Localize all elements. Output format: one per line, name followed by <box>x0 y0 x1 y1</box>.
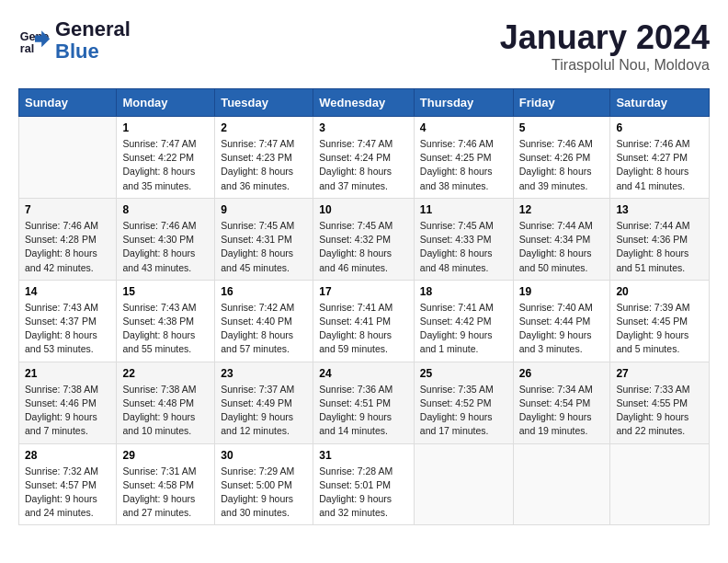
calendar-cell: 5 Sunrise: 7:46 AMSunset: 4:26 PMDayligh… <box>513 117 610 199</box>
weekday-header-sunday: Sunday <box>19 89 117 117</box>
day-number: 24 <box>319 367 408 380</box>
day-number: 26 <box>519 367 605 380</box>
weekday-header-monday: Monday <box>117 89 215 117</box>
calendar-week-3: 14 Sunrise: 7:43 AMSunset: 4:37 PMDaylig… <box>19 280 710 362</box>
calendar-cell: 23 Sunrise: 7:37 AMSunset: 4:49 PMDaylig… <box>215 362 313 443</box>
calendar-cell <box>513 443 610 525</box>
day-number: 6 <box>616 121 703 134</box>
calendar-cell: 24 Sunrise: 7:36 AMSunset: 4:51 PMDaylig… <box>313 362 415 443</box>
calendar-cell: 3 Sunrise: 7:47 AMSunset: 4:24 PMDayligh… <box>313 117 415 199</box>
day-info: Sunrise: 7:43 AMSunset: 4:37 PMDaylight:… <box>25 301 110 357</box>
day-number: 7 <box>25 203 110 216</box>
day-info: Sunrise: 7:31 AMSunset: 4:58 PMDaylight:… <box>122 465 209 521</box>
calendar-cell: 22 Sunrise: 7:38 AMSunset: 4:48 PMDaylig… <box>117 362 215 443</box>
day-number: 25 <box>420 367 507 380</box>
calendar-cell <box>610 443 710 525</box>
day-info: Sunrise: 7:36 AMSunset: 4:51 PMDaylight:… <box>319 383 408 439</box>
day-info: Sunrise: 7:45 AMSunset: 4:32 PMDaylight:… <box>319 219 408 275</box>
day-info: Sunrise: 7:35 AMSunset: 4:52 PMDaylight:… <box>420 383 507 439</box>
day-number: 30 <box>221 449 307 462</box>
calendar-week-5: 28 Sunrise: 7:32 AMSunset: 4:57 PMDaylig… <box>19 443 710 525</box>
calendar-cell: 2 Sunrise: 7:47 AMSunset: 4:23 PMDayligh… <box>215 117 313 199</box>
calendar-cell: 19 Sunrise: 7:40 AMSunset: 4:44 PMDaylig… <box>513 280 610 362</box>
weekday-header-wednesday: Wednesday <box>313 89 415 117</box>
weekday-header-tuesday: Tuesday <box>215 89 313 117</box>
calendar-cell: 29 Sunrise: 7:31 AMSunset: 4:58 PMDaylig… <box>117 443 215 525</box>
day-number: 11 <box>420 203 507 216</box>
day-number: 12 <box>519 203 605 216</box>
day-info: Sunrise: 7:29 AMSunset: 5:00 PMDaylight:… <box>221 465 307 521</box>
day-number: 31 <box>319 449 408 462</box>
day-number: 18 <box>420 285 507 298</box>
calendar-cell <box>414 443 513 525</box>
day-info: Sunrise: 7:32 AMSunset: 4:57 PMDaylight:… <box>25 465 110 521</box>
calendar-cell: 16 Sunrise: 7:42 AMSunset: 4:40 PMDaylig… <box>215 280 313 362</box>
day-number: 3 <box>319 121 408 134</box>
day-info: Sunrise: 7:45 AMSunset: 4:33 PMDaylight:… <box>420 219 507 275</box>
day-info: Sunrise: 7:42 AMSunset: 4:40 PMDaylight:… <box>221 301 307 357</box>
calendar-cell: 31 Sunrise: 7:28 AMSunset: 5:01 PMDaylig… <box>313 443 415 525</box>
weekday-header-thursday: Thursday <box>414 89 513 117</box>
day-info: Sunrise: 7:28 AMSunset: 5:01 PMDaylight:… <box>319 465 408 521</box>
logo-blue: Blue <box>55 40 99 63</box>
weekday-header-friday: Friday <box>513 89 610 117</box>
logo-icon: Gene ral <box>18 24 51 57</box>
calendar-cell: 6 Sunrise: 7:46 AMSunset: 4:27 PMDayligh… <box>610 117 710 199</box>
calendar-week-4: 21 Sunrise: 7:38 AMSunset: 4:46 PMDaylig… <box>19 362 710 443</box>
day-number: 1 <box>122 121 209 134</box>
day-info: Sunrise: 7:45 AMSunset: 4:31 PMDaylight:… <box>221 219 307 275</box>
day-number: 13 <box>616 203 703 216</box>
day-number: 14 <box>25 285 110 298</box>
day-info: Sunrise: 7:43 AMSunset: 4:38 PMDaylight:… <box>122 301 209 357</box>
day-number: 4 <box>420 121 507 134</box>
title-block: January 2024 Tiraspolul Nou, Moldova <box>500 18 710 74</box>
calendar-cell: 8 Sunrise: 7:46 AMSunset: 4:30 PMDayligh… <box>117 198 215 280</box>
day-number: 9 <box>221 203 307 216</box>
svg-text:ral: ral <box>20 42 34 55</box>
day-number: 27 <box>616 367 703 380</box>
calendar-cell: 27 Sunrise: 7:33 AMSunset: 4:55 PMDaylig… <box>610 362 710 443</box>
day-number: 8 <box>122 203 209 216</box>
day-number: 23 <box>221 367 307 380</box>
calendar-week-1: 1 Sunrise: 7:47 AMSunset: 4:22 PMDayligh… <box>19 117 710 199</box>
day-info: Sunrise: 7:46 AMSunset: 4:27 PMDaylight:… <box>616 137 703 193</box>
calendar-cell: 13 Sunrise: 7:44 AMSunset: 4:36 PMDaylig… <box>610 198 710 280</box>
weekday-header-saturday: Saturday <box>610 89 710 117</box>
month-title: January 2024 <box>500 18 710 57</box>
day-info: Sunrise: 7:41 AMSunset: 4:42 PMDaylight:… <box>420 301 507 357</box>
calendar-cell <box>19 117 117 199</box>
day-info: Sunrise: 7:47 AMSunset: 4:23 PMDaylight:… <box>221 137 307 193</box>
day-number: 10 <box>319 203 408 216</box>
calendar-cell: 7 Sunrise: 7:46 AMSunset: 4:28 PMDayligh… <box>19 198 117 280</box>
day-number: 17 <box>319 285 408 298</box>
day-info: Sunrise: 7:34 AMSunset: 4:54 PMDaylight:… <box>519 383 605 439</box>
calendar-week-2: 7 Sunrise: 7:46 AMSunset: 4:28 PMDayligh… <box>19 198 710 280</box>
calendar-cell: 15 Sunrise: 7:43 AMSunset: 4:38 PMDaylig… <box>117 280 215 362</box>
day-number: 19 <box>519 285 605 298</box>
day-number: 2 <box>221 121 307 134</box>
calendar-cell: 25 Sunrise: 7:35 AMSunset: 4:52 PMDaylig… <box>414 362 513 443</box>
calendar-cell: 30 Sunrise: 7:29 AMSunset: 5:00 PMDaylig… <box>215 443 313 525</box>
day-info: Sunrise: 7:33 AMSunset: 4:55 PMDaylight:… <box>616 383 703 439</box>
calendar-cell: 14 Sunrise: 7:43 AMSunset: 4:37 PMDaylig… <box>19 280 117 362</box>
day-info: Sunrise: 7:37 AMSunset: 4:49 PMDaylight:… <box>221 383 307 439</box>
day-number: 16 <box>221 285 307 298</box>
calendar-cell: 11 Sunrise: 7:45 AMSunset: 4:33 PMDaylig… <box>414 198 513 280</box>
day-info: Sunrise: 7:38 AMSunset: 4:48 PMDaylight:… <box>122 383 209 439</box>
day-info: Sunrise: 7:39 AMSunset: 4:45 PMDaylight:… <box>616 301 703 357</box>
logo-text: General Blue <box>55 18 131 63</box>
day-number: 29 <box>122 449 209 462</box>
day-number: 21 <box>25 367 110 380</box>
day-info: Sunrise: 7:40 AMSunset: 4:44 PMDaylight:… <box>519 301 605 357</box>
calendar-cell: 10 Sunrise: 7:45 AMSunset: 4:32 PMDaylig… <box>313 198 415 280</box>
calendar-cell: 12 Sunrise: 7:44 AMSunset: 4:34 PMDaylig… <box>513 198 610 280</box>
day-number: 5 <box>519 121 605 134</box>
logo: Gene ral General Blue <box>18 18 131 63</box>
day-info: Sunrise: 7:38 AMSunset: 4:46 PMDaylight:… <box>25 383 110 439</box>
calendar-cell: 1 Sunrise: 7:47 AMSunset: 4:22 PMDayligh… <box>117 117 215 199</box>
calendar-cell: 26 Sunrise: 7:34 AMSunset: 4:54 PMDaylig… <box>513 362 610 443</box>
location: Tiraspolul Nou, Moldova <box>500 57 710 74</box>
calendar-table: SundayMondayTuesdayWednesdayThursdayFrid… <box>18 88 710 525</box>
calendar-cell: 28 Sunrise: 7:32 AMSunset: 4:57 PMDaylig… <box>19 443 117 525</box>
day-info: Sunrise: 7:47 AMSunset: 4:22 PMDaylight:… <box>122 137 209 193</box>
